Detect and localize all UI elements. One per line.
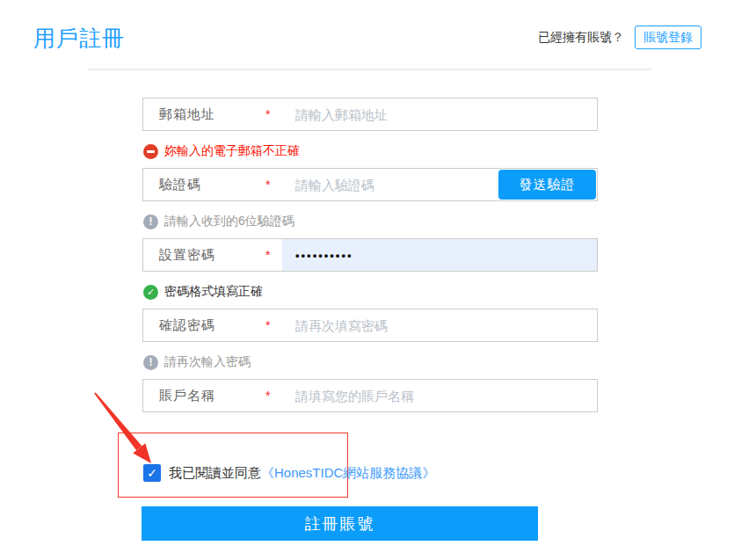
required-mark: * bbox=[265, 248, 282, 262]
password-input-zone bbox=[282, 239, 597, 271]
code-hint-message: 請輸入收到的6位驗證碼 bbox=[143, 213, 294, 230]
password-success-message: 密碼格式填寫正確 bbox=[143, 283, 263, 301]
email-field-row: 郵箱地址 * bbox=[142, 98, 598, 131]
code-label: 驗證碼 bbox=[159, 177, 265, 193]
required-mark: * bbox=[265, 389, 282, 403]
password-label: 設置密碼 bbox=[159, 247, 265, 264]
agreement-checkbox[interactable] bbox=[143, 464, 161, 482]
account-name-label: 賬戶名稱 bbox=[159, 388, 265, 404]
required-mark: * bbox=[265, 318, 282, 332]
password-success-text: 密碼格式填寫正確 bbox=[164, 284, 263, 300]
code-field-row: 驗證碼 * 發送驗證 bbox=[142, 168, 598, 201]
password-field-row: 設置密碼 * bbox=[142, 238, 598, 272]
confirm-password-field-row: 確認密碼 * bbox=[142, 309, 598, 342]
error-minus-icon bbox=[143, 144, 158, 159]
email-label: 郵箱地址 bbox=[159, 106, 265, 123]
account-name-field-row: 賬戶名稱 * bbox=[142, 379, 598, 412]
confirm-password-label: 確認密碼 bbox=[159, 317, 265, 334]
success-check-icon bbox=[143, 285, 158, 300]
header-divider bbox=[88, 69, 651, 70]
email-label-zone: 郵箱地址 * bbox=[143, 98, 282, 130]
email-error-message: 妳輸入的電子郵箱不正確 bbox=[143, 142, 300, 160]
login-button[interactable]: 賬號登錄 bbox=[635, 25, 701, 49]
info-icon bbox=[143, 215, 158, 229]
email-input-zone bbox=[282, 98, 597, 130]
code-label-zone: 驗證碼 * bbox=[143, 169, 282, 200]
account-name-input-zone bbox=[282, 380, 597, 411]
password-input[interactable] bbox=[282, 239, 597, 271]
agreement-row: 我已閱讀並同意 《HonesTIDC網站服務協議》 bbox=[143, 464, 435, 482]
agreement-link[interactable]: 《HonesTIDC網站服務協議》 bbox=[261, 465, 435, 482]
error-message-text: 妳輸入的電子郵箱不正確 bbox=[164, 143, 300, 159]
page-title: 用戶註冊 bbox=[33, 24, 125, 53]
required-mark: * bbox=[265, 107, 282, 121]
register-button[interactable]: 註冊賬號 bbox=[142, 506, 538, 541]
header-right: 已經擁有賬號？ 賬號登錄 bbox=[538, 25, 701, 49]
agreement-text: 我已閱讀並同意 bbox=[169, 465, 261, 482]
account-name-label-zone: 賬戶名稱 * bbox=[143, 380, 282, 411]
confirm-password-input-zone bbox=[282, 309, 597, 341]
confirm-password-hint-text: 請再次輸入密碼 bbox=[164, 354, 251, 370]
confirm-password-input[interactable] bbox=[282, 309, 597, 341]
have-account-label: 已經擁有賬號？ bbox=[538, 30, 624, 46]
confirm-password-hint-message: 請再次輸入密碼 bbox=[143, 353, 251, 371]
account-name-input[interactable] bbox=[282, 380, 597, 411]
required-mark: * bbox=[265, 178, 282, 192]
confirm-password-label-zone: 確認密碼 * bbox=[143, 309, 282, 341]
info-icon bbox=[143, 355, 158, 370]
email-input[interactable] bbox=[282, 98, 597, 130]
code-hint-text: 請輸入收到的6位驗證碼 bbox=[164, 214, 294, 229]
password-label-zone: 設置密碼 * bbox=[143, 239, 282, 271]
send-code-button[interactable]: 發送驗證 bbox=[498, 170, 596, 200]
